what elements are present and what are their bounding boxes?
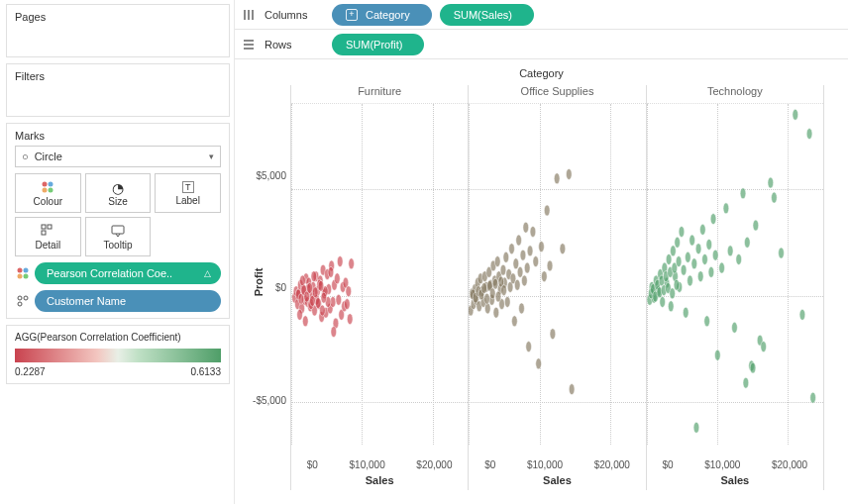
svg-point-125 <box>525 262 531 273</box>
x-tick: $10,000 <box>350 459 385 470</box>
svg-point-116 <box>512 316 518 327</box>
x-tick: $10,000 <box>527 459 563 470</box>
svg-rect-20 <box>244 48 254 50</box>
shelf-pill-sum-profit-[interactable]: SUM(Profit) <box>332 34 424 55</box>
colour-pill[interactable]: Pearson Correlation Coe.. △ <box>35 262 221 284</box>
svg-point-84 <box>321 292 327 303</box>
legend-min: 0.2287 <box>15 366 46 377</box>
svg-point-139 <box>570 384 576 395</box>
colour-button[interactable]: Colour <box>15 173 81 213</box>
svg-point-204 <box>771 192 777 203</box>
svg-point-127 <box>528 246 534 256</box>
svg-point-148 <box>493 278 499 289</box>
marks-shape-select[interactable]: ○ Circle ▾ <box>15 146 221 167</box>
facet-technology: Technology$0$10,000$20,000Sales <box>647 85 824 490</box>
svg-rect-6 <box>42 231 46 235</box>
svg-point-60 <box>347 314 353 325</box>
rows-icon <box>241 39 257 50</box>
marks-panel: Marks ○ Circle ▾ Colour ◔ Size T Label <box>6 123 230 319</box>
svg-point-147 <box>490 288 496 299</box>
svg-rect-19 <box>244 44 254 46</box>
x-ticks: $0$10,000$20,000 <box>647 459 823 470</box>
svg-point-161 <box>666 253 672 264</box>
svg-point-135 <box>550 329 556 340</box>
facet-office-supplies: Office Supplies$0$10,000$20,000Sales <box>469 85 646 490</box>
x-ticks: $0$10,000$20,000 <box>469 459 645 470</box>
size-icon: ◔ <box>112 180 124 194</box>
svg-rect-7 <box>112 226 124 234</box>
svg-point-131 <box>539 242 545 252</box>
detail-button[interactable]: Detail <box>15 217 81 256</box>
x-tick: $20,000 <box>416 459 452 470</box>
pages-title: Pages <box>15 11 221 23</box>
facet-header: Office Supplies <box>469 85 645 103</box>
svg-point-199 <box>806 129 812 140</box>
legend-max: 0.6133 <box>190 366 221 377</box>
svg-point-62 <box>297 309 303 320</box>
svg-point-185 <box>718 262 724 273</box>
svg-point-158 <box>659 296 665 307</box>
svg-point-200 <box>809 392 815 403</box>
columns-shelf[interactable]: Columns +CategorySUM(Sales) <box>235 0 848 30</box>
plot-area[interactable] <box>469 103 645 445</box>
svg-rect-5 <box>48 225 52 229</box>
plot-area[interactable] <box>291 103 468 445</box>
x-tick: $0 <box>307 459 318 470</box>
svg-rect-17 <box>252 10 254 20</box>
svg-point-179 <box>703 316 709 327</box>
svg-point-111 <box>505 296 511 307</box>
columns-icon <box>241 9 257 21</box>
svg-point-120 <box>518 266 524 277</box>
svg-point-184 <box>714 350 720 360</box>
rows-shelf[interactable]: Rows SUM(Profit) <box>235 30 848 59</box>
svg-point-79 <box>307 282 313 293</box>
svg-point-183 <box>712 250 718 260</box>
expand-icon: + <box>346 9 358 21</box>
x-ticks: $0$10,000$20,000 <box>291 459 468 470</box>
plot-area[interactable] <box>647 103 823 445</box>
visualization: Category Profit $5,000$0-$5,000 Furnitur… <box>235 59 848 504</box>
viz-header: Category <box>235 67 848 79</box>
warning-icon: △ <box>204 268 211 278</box>
svg-point-124 <box>523 222 529 233</box>
svg-point-188 <box>731 322 737 333</box>
svg-point-186 <box>723 203 729 214</box>
y-tick: -$5,000 <box>253 394 286 405</box>
detail-pill[interactable]: Customer Name <box>35 290 221 312</box>
svg-point-195 <box>768 177 774 188</box>
svg-point-97 <box>485 303 491 314</box>
svg-point-181 <box>708 266 714 277</box>
tooltip-button[interactable]: Tooltip <box>85 217 152 256</box>
svg-point-173 <box>691 258 697 269</box>
svg-point-74 <box>331 327 337 338</box>
svg-point-132 <box>542 271 548 282</box>
svg-point-189 <box>736 253 742 264</box>
facet-header: Furniture <box>291 85 468 103</box>
legend-panel: AGG(Pearson Correlation Coefficient) 0.2… <box>6 325 230 384</box>
svg-point-3 <box>49 187 53 192</box>
svg-point-128 <box>530 226 536 237</box>
x-tick: $20,000 <box>772 459 807 470</box>
svg-point-215 <box>669 288 675 299</box>
svg-point-108 <box>500 264 506 275</box>
svg-point-180 <box>706 239 712 250</box>
svg-point-170 <box>685 252 690 262</box>
label-button[interactable]: T Label <box>155 173 221 213</box>
x-axis-label: Sales <box>469 474 645 486</box>
legend-gradient <box>15 349 221 362</box>
svg-point-103 <box>493 307 499 318</box>
svg-point-82 <box>315 298 321 309</box>
svg-point-149 <box>495 291 501 302</box>
detail-mark-icon <box>15 294 31 308</box>
shelf-pill-sum-sales-[interactable]: SUM(Sales) <box>440 4 534 26</box>
svg-point-63 <box>300 275 306 286</box>
svg-point-176 <box>697 271 703 282</box>
marks-title: Marks <box>15 130 221 142</box>
shelf-pill-category[interactable]: +Category <box>332 4 432 26</box>
label-icon: T <box>182 181 194 193</box>
facet-header: Technology <box>647 85 823 103</box>
svg-point-64 <box>302 316 308 327</box>
detail-icon <box>41 224 54 238</box>
svg-point-162 <box>668 301 674 312</box>
size-button[interactable]: ◔ Size <box>85 173 152 213</box>
